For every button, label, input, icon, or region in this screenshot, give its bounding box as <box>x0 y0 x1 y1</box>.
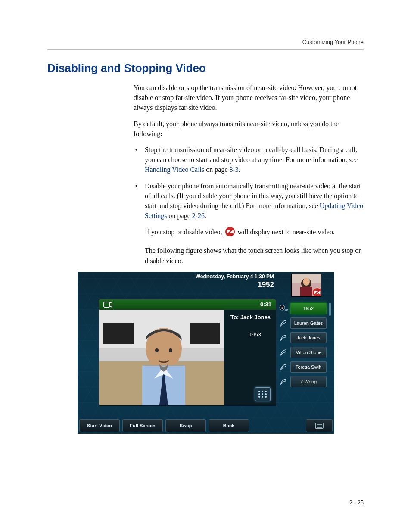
header-rule <box>47 49 364 50</box>
svg-text:HD: HD <box>285 309 288 311</box>
paragraph: By default, your phone always transmits … <box>134 119 364 139</box>
speed-dial-icon <box>279 319 288 327</box>
text: on page <box>167 212 192 219</box>
call-info-pane: To: Jack Jones 1953 <box>224 310 276 405</box>
text: on page <box>204 166 229 173</box>
speed-dial-row: Lauren Gates <box>279 317 327 329</box>
running-header: Customizing Your Phone <box>47 39 364 45</box>
status-datetime: Wednesday, February 4 1:30 PM <box>196 274 274 280</box>
video-stopped-icon <box>225 227 235 240</box>
speed-dial-button[interactable]: Jack Jones <box>290 332 327 343</box>
bullet-list: Stop the transmission of near-site video… <box>134 145 364 266</box>
body-column: You can disable or stop the transmission… <box>134 83 364 266</box>
speed-dial-icon <box>279 348 288 356</box>
svg-text:1: 1 <box>281 306 283 309</box>
contacts-column: 1HD 1952 Lauren Gates Jack Jones Milton … <box>279 303 327 391</box>
svg-rect-15 <box>190 323 220 344</box>
line-key-row: 1HD 1952 <box>279 303 327 314</box>
svg-rect-7 <box>300 287 312 296</box>
text: . <box>205 212 206 219</box>
cross-ref-link[interactable]: Handling Video Calls <box>145 166 204 173</box>
speed-dial-icon <box>279 334 288 342</box>
text: . <box>239 166 240 173</box>
svg-point-20 <box>169 348 172 352</box>
svg-rect-11 <box>104 302 109 307</box>
list-item: Stop the transmission of near-site video… <box>134 145 364 175</box>
speed-dial-icon <box>279 363 288 371</box>
status-extension: 1952 <box>196 280 274 289</box>
text: will display next to near-site video. <box>238 228 335 236</box>
section-heading: Disabling and Stopping Video <box>47 62 364 75</box>
list-icon <box>314 422 324 429</box>
scrollbar-indicator[interactable] <box>329 303 331 316</box>
keypad-icon <box>258 391 267 398</box>
page-ref-link[interactable]: 2-26 <box>192 212 205 219</box>
softkey-bar: Start Video Full Screen Swap Back <box>79 419 333 432</box>
paragraph: If you stop or disable video, will displ… <box>145 227 364 240</box>
speed-dial-button[interactable]: Lauren Gates <box>290 317 327 329</box>
speed-dial-row: Milton Stone <box>279 347 327 358</box>
speed-dial-icon <box>279 378 288 386</box>
text: Stop the transmission of near-site video… <box>145 146 358 163</box>
speed-dial-button[interactable]: Z Wong <box>290 376 327 387</box>
softkey-start-video[interactable]: Start Video <box>79 419 120 432</box>
line-hd-icon: 1HD <box>279 305 288 312</box>
softkey-back[interactable]: Back <box>209 419 249 432</box>
speed-dial-row: Z Wong <box>279 376 327 387</box>
speed-dial-button[interactable]: Teresa Swift <box>290 361 327 373</box>
far-site-video[interactable] <box>99 310 224 405</box>
svg-rect-14 <box>103 323 134 344</box>
call-to-label: To: Jack Jones <box>230 314 271 320</box>
phone-screenshot-figure: Wednesday, February 4 1:30 PM 1952 <box>78 272 334 434</box>
paragraph: The following figure shows what the touc… <box>145 246 364 265</box>
line-key-active[interactable]: 1952 <box>290 303 327 314</box>
speed-dial-row: Teresa Swift <box>279 361 327 373</box>
active-call-card: 0:31 <box>99 299 276 405</box>
pip-near-site-video[interactable] <box>291 274 321 297</box>
keypad-button[interactable] <box>255 387 271 401</box>
paragraph: You can disable or stop the transmission… <box>134 83 364 113</box>
softkey-full-screen[interactable]: Full Screen <box>122 419 163 432</box>
page-number: 2 - 25 <box>349 499 364 506</box>
page-ref-link[interactable]: 3-3 <box>230 166 239 173</box>
softkey-swap[interactable]: Swap <box>165 419 206 432</box>
text: If you stop or disable video, <box>145 228 224 236</box>
svg-point-6 <box>303 278 310 286</box>
softkey-menu[interactable] <box>306 419 333 432</box>
camera-outline-icon <box>103 301 113 308</box>
call-to-number: 1953 <box>249 331 261 338</box>
call-header: 0:31 <box>99 299 276 310</box>
speed-dial-button[interactable]: Milton Stone <box>290 347 327 358</box>
list-item: Disable your phone from automatically tr… <box>134 181 364 266</box>
call-duration: 0:31 <box>260 301 271 308</box>
svg-point-19 <box>155 348 159 352</box>
video-stopped-icon <box>312 288 321 297</box>
status-bar: Wednesday, February 4 1:30 PM 1952 <box>196 274 274 290</box>
speed-dial-row: Jack Jones <box>279 332 327 343</box>
